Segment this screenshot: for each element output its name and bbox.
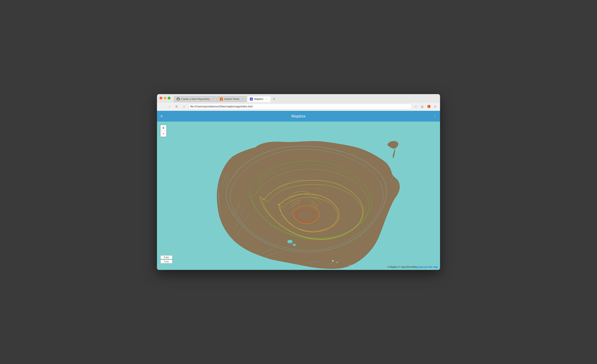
home-icon: ⌂ (183, 105, 185, 108)
tab-github[interactable]: Create a New Repository × (174, 96, 217, 102)
mapbox-attribution: © Mapbox © OpenStreetMap (387, 266, 418, 268)
zoom-in-button[interactable]: + (161, 125, 166, 131)
extensions-icon: 🎁 (427, 105, 431, 108)
attribution: © Mapbox © OpenStreetMap Improve this ma… (387, 266, 438, 268)
forward-button[interactable]: › (166, 104, 173, 109)
mapbox-more-button[interactable]: ⋮ (433, 114, 437, 118)
user-icon: ◎ (421, 105, 424, 108)
address-bar[interactable]: file:///Users/ayozebarrera/Sites/mapbox/… (188, 104, 412, 109)
github-icon (177, 98, 180, 101)
nav-bar: ‹ › ↻ ⌂ file:///Users/ayozebarrera/Sites… (157, 102, 440, 111)
svg-point-2 (292, 244, 296, 246)
map-svg (157, 122, 440, 270)
improve-map-link[interactable]: Improve this map (418, 266, 438, 268)
close-button[interactable] (159, 97, 162, 100)
hamburger-icon: ≡ (434, 105, 436, 108)
tab-hn-close[interactable]: × (241, 98, 244, 101)
tab-hn-label: Hacker News (224, 98, 239, 101)
svg-point-4 (337, 262, 338, 263)
reload-button[interactable]: ↻ (174, 104, 180, 109)
hn-icon: Y (220, 98, 223, 101)
app-content: ≡ Mapbox ⋮ (157, 111, 440, 270)
bookmark-button[interactable]: ☆ (413, 104, 419, 109)
nav-right-icons: ☆ ◎ 🎁 ≡ (413, 104, 438, 109)
tab-mapbox-label: Mapbox (254, 98, 263, 101)
mapbox-menu-icon[interactable]: ≡ (160, 114, 163, 118)
tab-mapbox[interactable]: Mapbox × (247, 96, 271, 102)
back-button[interactable]: ‹ (159, 104, 165, 109)
url-text: file:///Users/ayozebarrera/Sites/mapbox/… (190, 105, 410, 108)
svg-point-3 (332, 260, 333, 262)
zoom-out-button[interactable]: − (161, 131, 166, 137)
menu-lines-icon: ≡ (160, 114, 163, 118)
tab-github-label: Create a New Repository (181, 98, 210, 101)
browser-window: Create a New Repository × Y Hacker News … (157, 94, 440, 270)
bookmark-icon: ☆ (415, 105, 417, 108)
tabs-area: Create a New Repository × Y Hacker News … (174, 94, 277, 102)
menu-button[interactable]: ≡ (432, 104, 438, 109)
scale-bar: 5 km 3 mi (160, 255, 173, 264)
new-tab-button[interactable]: + (271, 96, 277, 102)
forward-icon: › (169, 105, 170, 108)
mapbox-title: Mapbox (291, 114, 306, 118)
more-dots-icon: ⋮ (433, 114, 437, 118)
mapbox-tab-icon (250, 98, 253, 101)
user-button[interactable]: ◎ (419, 104, 425, 109)
scale-km: 5 km (160, 255, 173, 259)
zoom-controls: + − (160, 125, 166, 137)
mapbox-header: ≡ Mapbox ⋮ (157, 111, 440, 122)
back-icon: ‹ (162, 105, 163, 108)
home-button[interactable]: ⌂ (181, 104, 187, 109)
scale-mi: 3 mi (160, 260, 173, 263)
traffic-lights (159, 97, 171, 100)
title-bar: Create a New Repository × Y Hacker News … (157, 94, 440, 102)
tab-hn[interactable]: Y Hacker News × (217, 96, 247, 102)
tab-mapbox-close[interactable]: × (265, 98, 268, 101)
reload-icon: ↻ (175, 105, 178, 108)
map-container[interactable]: + − 5 km 3 mi © Mapbox © OpenStreetMap I… (157, 122, 440, 270)
minimize-button[interactable] (164, 97, 166, 100)
maximize-button[interactable] (168, 97, 171, 100)
tab-github-close[interactable]: × (212, 98, 214, 101)
extensions-button[interactable]: 🎁 (426, 104, 432, 109)
svg-point-1 (287, 240, 292, 243)
